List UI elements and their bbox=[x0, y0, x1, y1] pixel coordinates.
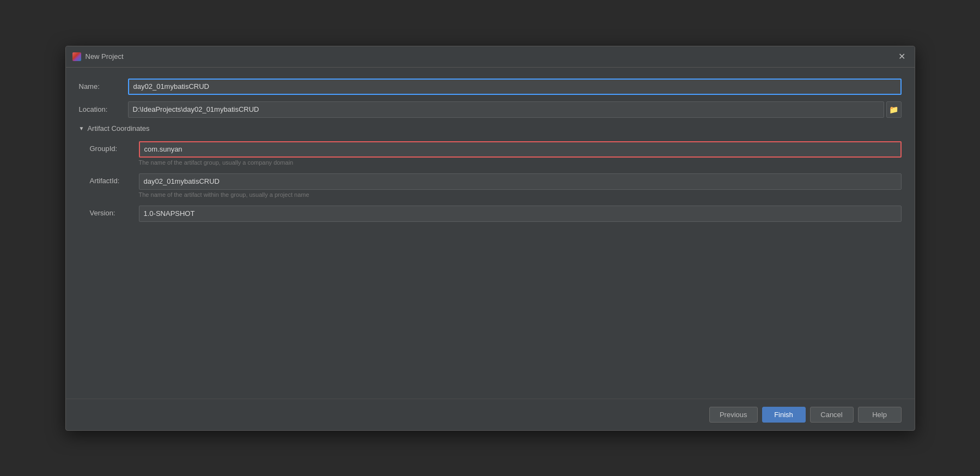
groupid-row: GroupId: The name of the artifact group,… bbox=[90, 141, 902, 171]
close-icon: ✕ bbox=[898, 51, 905, 62]
new-project-dialog: New Project ✕ Name: Location: 📁 ▼ Artifa… bbox=[65, 46, 915, 431]
dialog-footer: Previous Finish Cancel Help bbox=[66, 399, 915, 430]
title-bar: New Project ✕ bbox=[66, 46, 915, 68]
version-input-wrapper bbox=[139, 206, 902, 222]
browse-folder-button[interactable]: 📁 bbox=[886, 101, 902, 118]
name-label: Name: bbox=[79, 82, 128, 91]
content-spacer bbox=[79, 224, 902, 388]
collapse-arrow-icon[interactable]: ▼ bbox=[79, 125, 84, 131]
folder-icon: 📁 bbox=[889, 105, 898, 114]
version-input[interactable] bbox=[139, 206, 902, 222]
cancel-button[interactable]: Cancel bbox=[810, 407, 854, 423]
dialog-title: New Project bbox=[86, 52, 124, 61]
artifactid-input-wrapper: The name of the artifact within the grou… bbox=[139, 173, 902, 203]
artifactid-label: ArtifactId: bbox=[90, 173, 139, 185]
artifactid-input[interactable] bbox=[139, 173, 902, 190]
previous-button[interactable]: Previous bbox=[709, 407, 758, 423]
title-bar-left: New Project bbox=[72, 52, 124, 61]
location-input[interactable] bbox=[128, 101, 884, 118]
groupid-hint: The name of the artifact group, usually … bbox=[139, 159, 902, 166]
close-button[interactable]: ✕ bbox=[896, 51, 908, 63]
name-input[interactable] bbox=[128, 79, 902, 95]
location-input-wrapper: 📁 bbox=[128, 101, 902, 118]
artifact-section: GroupId: The name of the artifact group,… bbox=[90, 141, 902, 222]
finish-button[interactable]: Finish bbox=[762, 407, 806, 423]
app-icon bbox=[72, 52, 81, 61]
version-label: Version: bbox=[90, 206, 139, 217]
artifact-coordinates-title: Artifact Coordinates bbox=[87, 124, 149, 132]
artifactid-row: ArtifactId: The name of the artifact wit… bbox=[90, 173, 902, 203]
version-row: Version: bbox=[90, 206, 902, 222]
groupid-input[interactable] bbox=[139, 141, 902, 158]
artifactid-hint: The name of the artifact within the grou… bbox=[139, 191, 902, 198]
help-button[interactable]: Help bbox=[858, 407, 902, 423]
location-label: Location: bbox=[79, 105, 128, 113]
artifact-coordinates-section-header: ▼ Artifact Coordinates bbox=[79, 124, 902, 132]
dialog-body: Name: Location: 📁 ▼ Artifact Coordinates… bbox=[66, 68, 915, 399]
name-row: Name: bbox=[79, 79, 902, 95]
groupid-label: GroupId: bbox=[90, 141, 139, 153]
location-row: Location: 📁 bbox=[79, 101, 902, 118]
groupid-input-wrapper: The name of the artifact group, usually … bbox=[139, 141, 902, 171]
